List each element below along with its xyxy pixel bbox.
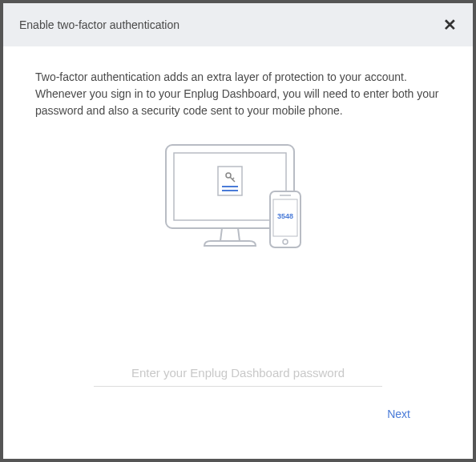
- description-text: Two-factor authentication adds an extra …: [35, 69, 441, 119]
- modal-container: Enable two-factor authentication ✕ Two-f…: [3, 3, 473, 459]
- password-input-wrapper: [35, 360, 441, 387]
- next-button[interactable]: Next: [379, 403, 418, 425]
- password-input[interactable]: [94, 360, 382, 387]
- modal-header: Enable two-factor authentication ✕: [3, 3, 473, 46]
- two-factor-illustration: 3548: [35, 139, 441, 267]
- phone-code-text: 3548: [277, 212, 293, 220]
- close-icon: ✕: [443, 16, 457, 34]
- close-button[interactable]: ✕: [443, 17, 457, 33]
- monitor-phone-icon: 3548: [150, 139, 326, 267]
- modal-footer: Next: [35, 387, 441, 443]
- modal-title: Enable two-factor authentication: [19, 18, 180, 31]
- modal-body: Two-factor authentication adds an extra …: [3, 46, 473, 459]
